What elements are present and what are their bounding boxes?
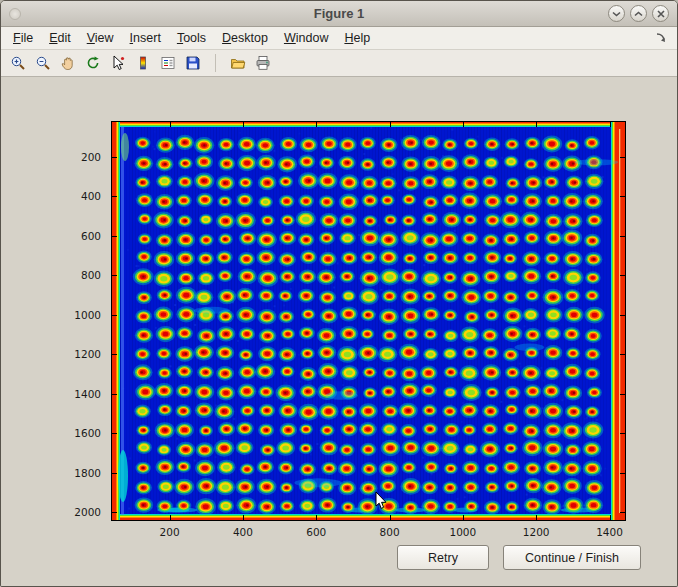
y-tick-label: 400 (61, 190, 105, 202)
x-tick-label: 800 (370, 526, 410, 538)
rotate-3d-button[interactable] (82, 52, 104, 74)
minimize-button[interactable] (608, 5, 625, 22)
toolbar-separator (207, 54, 216, 72)
plot-canvas[interactable] (111, 121, 626, 521)
y-tick-label: 1200 (61, 348, 105, 360)
footer-buttons: Retry Continue / Finish (397, 545, 641, 570)
continue-finish-button[interactable]: Continue / Finish (503, 545, 641, 570)
menubar: File Edit View Insert Tools Desktop Wind… (1, 27, 677, 50)
save-icon (185, 55, 201, 71)
y-axis-tick-labels: 200400600800100012001400160018002000 (61, 121, 105, 521)
legend-icon (160, 55, 176, 71)
close-icon (657, 10, 665, 18)
window-controls (608, 5, 677, 22)
data-cursor-button[interactable] (107, 52, 129, 74)
rotate-icon (85, 55, 101, 71)
x-axis-tick-labels: 200400600800100012001400 (111, 526, 626, 540)
menu-help[interactable]: Help (336, 28, 378, 48)
cursor-icon (110, 55, 126, 71)
y-tick-label: 1600 (61, 427, 105, 439)
hand-icon (60, 55, 76, 71)
menu-desktop[interactable]: Desktop (214, 28, 276, 48)
y-tick-label: 1000 (61, 309, 105, 321)
y-tick-label: 800 (61, 269, 105, 281)
figure-plot (111, 121, 626, 521)
zoom-out-icon (35, 55, 51, 71)
zoom-in-icon (10, 55, 26, 71)
menu-view[interactable]: View (79, 28, 122, 48)
colorbar-button[interactable] (132, 52, 154, 74)
x-tick-label: 600 (296, 526, 336, 538)
chevron-up-icon (634, 11, 643, 17)
y-tick-label: 200 (61, 151, 105, 163)
save-button[interactable] (182, 52, 204, 74)
y-tick-label: 2000 (61, 506, 105, 518)
titlebar[interactable]: Figure 1 (1, 1, 677, 27)
zoom-in-button[interactable] (7, 52, 29, 74)
printer-icon (255, 55, 271, 71)
folder-open-icon (230, 55, 246, 71)
x-tick-label: 1400 (590, 526, 630, 538)
window-title: Figure 1 (1, 6, 677, 21)
menu-tools[interactable]: Tools (169, 28, 214, 48)
y-tick-label: 1800 (61, 467, 105, 479)
dock-arrow-icon[interactable] (655, 31, 669, 45)
menu-insert[interactable]: Insert (122, 28, 169, 48)
close-button[interactable] (652, 5, 669, 22)
colorbar-icon (135, 55, 151, 71)
y-tick-label: 1400 (61, 388, 105, 400)
menu-window[interactable]: Window (276, 28, 336, 48)
figure-window: Figure 1 File Edit View Insert Tools Des… (0, 0, 678, 587)
figure-content: 200400600800100012001400160018002000 200… (1, 77, 677, 587)
menu-edit[interactable]: Edit (41, 28, 79, 48)
pan-button[interactable] (57, 52, 79, 74)
menu-file[interactable]: File (5, 28, 41, 48)
x-tick-label: 200 (150, 526, 190, 538)
x-tick-label: 1200 (516, 526, 556, 538)
legend-button[interactable] (157, 52, 179, 74)
x-tick-label: 400 (223, 526, 263, 538)
print-button[interactable] (252, 52, 274, 74)
open-button[interactable] (227, 52, 249, 74)
figure-toolbar (1, 50, 677, 77)
chevron-down-icon (612, 11, 621, 17)
x-tick-label: 1000 (443, 526, 483, 538)
y-tick-label: 600 (61, 230, 105, 242)
maximize-button[interactable] (630, 5, 647, 22)
zoom-out-button[interactable] (32, 52, 54, 74)
retry-button[interactable]: Retry (397, 545, 489, 570)
